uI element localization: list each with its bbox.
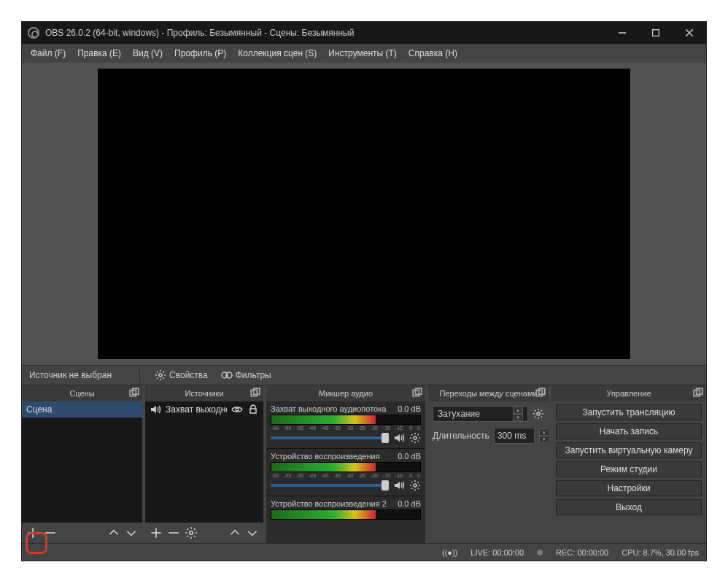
eye-icon[interactable] (231, 404, 243, 415)
duration-spinner[interactable]: ▲▼ (539, 428, 549, 443)
studio-mode-button[interactable]: Режим студии (556, 461, 702, 477)
status-rec: REC: 00:00:00 (556, 548, 608, 557)
no-source-label: Источник не выбран (29, 370, 112, 380)
minus-icon (44, 526, 57, 539)
sources-list[interactable]: Захват выходног (145, 401, 263, 523)
remove-source-button[interactable] (167, 526, 180, 539)
gear-icon (155, 369, 166, 381)
gear-icon (185, 526, 198, 539)
gear-icon[interactable] (409, 480, 421, 491)
source-item[interactable]: Захват выходног (145, 401, 263, 418)
exit-button[interactable]: Выход (556, 499, 702, 515)
filters-icon (221, 369, 233, 381)
plus-icon (26, 526, 39, 539)
transitions-header[interactable]: Переходы между сценами (428, 385, 549, 401)
preview-canvas[interactable] (98, 69, 630, 359)
gear-icon[interactable] (533, 408, 544, 420)
scenes-header[interactable]: Сцены (22, 385, 142, 401)
statusbar: ((●)) LIVE: 00:00:00 REC: 00:00:00 CPU: … (22, 543, 706, 561)
scene-up-button[interactable] (107, 526, 120, 539)
chevron-up-icon (107, 526, 120, 539)
broadcast-icon: ((●)) (442, 548, 457, 557)
svg-point-6 (226, 372, 232, 378)
maximize-button[interactable] (639, 22, 673, 44)
svg-point-19 (190, 531, 193, 535)
vu-meter (271, 509, 421, 520)
volume-slider[interactable] (271, 436, 389, 439)
mixer-dock: Микшер аудио Захват выходного аудиопоток… (266, 385, 425, 543)
transitions-body: Затухание ▲▼ Длительность ▲▼ (428, 401, 549, 543)
sources-toolbar (145, 523, 263, 543)
mixer-body: Захват выходного аудиопотока0.0 dB -60-5… (266, 401, 425, 543)
scene-down-button[interactable] (125, 526, 138, 539)
filters-button[interactable]: Фильтры (221, 369, 271, 381)
minimize-button[interactable] (605, 22, 639, 44)
mixer-header[interactable]: Микшер аудио (266, 385, 425, 401)
menu-tools[interactable]: Инструменты (T) (322, 45, 402, 61)
add-source-button[interactable] (150, 526, 163, 539)
source-up-button[interactable] (228, 526, 241, 539)
docks-row: Сцены Сцена Источники (22, 385, 706, 543)
menubar: Файл (F) Правка (E) Вид (V) Профиль (P) … (22, 44, 706, 63)
svg-point-26 (537, 412, 540, 415)
start-recording-button[interactable]: Начать запись (556, 423, 702, 439)
source-down-button[interactable] (246, 526, 259, 539)
close-button[interactable] (673, 22, 706, 44)
vu-meter: -60-55-50-45-40-35-30-25-20-15-10-50 (271, 415, 421, 425)
settings-button[interactable]: Настройки (556, 480, 702, 496)
menu-scene-collection[interactable]: Коллекция сцен (S) (232, 45, 322, 61)
titlebar[interactable]: OBS 26.0.2 (64-bit, windows) - Профиль: … (22, 22, 706, 44)
source-infobar: Источник не выбран Свойства Фильтры (22, 365, 706, 385)
lock-icon[interactable] (247, 404, 259, 415)
scenes-list[interactable]: Сцена (22, 401, 142, 523)
controls-header[interactable]: Управление (551, 385, 706, 401)
popout-icon[interactable] (535, 388, 546, 398)
svg-rect-15 (250, 409, 256, 413)
channel-db: 0.0 dB (398, 452, 421, 461)
source-properties-button[interactable] (185, 526, 198, 539)
speaker-icon[interactable] (393, 480, 405, 491)
menu-file[interactable]: Файл (F) (25, 45, 71, 61)
mixer-channel: Устройство воспроизведения0.0 dB -60-55-… (266, 449, 425, 496)
preview-area (22, 63, 706, 365)
mixer-channel: Захват выходного аудиопотока0.0 dB -60-5… (266, 401, 425, 449)
chevron-down-icon (125, 526, 138, 539)
popout-icon[interactable] (412, 388, 422, 398)
popout-icon[interactable] (129, 388, 139, 398)
controls-dock: Управление Запустить трансляцию Начать з… (551, 385, 706, 543)
duration-label: Длительность (433, 431, 489, 441)
controls-body: Запустить трансляцию Начать запись Запус… (551, 401, 706, 543)
transition-select[interactable]: Затухание ▲▼ (433, 406, 528, 422)
chevron-down-icon (246, 526, 259, 539)
speaker-icon[interactable] (393, 432, 405, 444)
channel-name: Устройство воспроизведения (271, 452, 380, 461)
svg-point-22 (414, 436, 417, 439)
speaker-icon (150, 404, 161, 415)
channel-db: 0.0 dB (398, 499, 421, 508)
menu-view[interactable]: Вид (V) (127, 45, 169, 61)
gear-icon[interactable] (409, 432, 421, 444)
sources-header[interactable]: Источники (145, 385, 263, 401)
popout-icon[interactable] (250, 388, 260, 398)
menu-profile[interactable]: Профиль (P) (169, 45, 232, 61)
window-title: OBS 26.0.2 (64-bit, windows) - Профиль: … (45, 28, 605, 38)
minus-icon (167, 526, 180, 539)
remove-scene-button[interactable] (44, 526, 57, 539)
duration-input[interactable] (494, 428, 535, 444)
menu-edit[interactable]: Правка (E) (71, 45, 127, 61)
popout-icon[interactable] (693, 388, 703, 398)
start-streaming-button[interactable]: Запустить трансляцию (556, 404, 702, 420)
start-virtualcam-button[interactable]: Запустить виртуальную камеру (556, 442, 702, 458)
channel-name: Устройство воспроизведения 2 (271, 499, 387, 508)
scene-item[interactable]: Сцена (22, 401, 142, 418)
volume-slider[interactable] (271, 484, 389, 487)
scenes-dock: Сцены Сцена (22, 385, 142, 543)
sources-dock: Источники Захват выходног (145, 385, 263, 543)
scenes-toolbar (22, 523, 142, 543)
svg-point-14 (236, 408, 239, 411)
svg-point-23 (414, 484, 417, 487)
mixer-channel: Устройство воспроизведения 20.0 dB (266, 496, 425, 526)
properties-button[interactable]: Свойства (155, 369, 208, 381)
add-scene-button[interactable] (26, 526, 39, 539)
menu-help[interactable]: Справка (H) (403, 45, 463, 61)
